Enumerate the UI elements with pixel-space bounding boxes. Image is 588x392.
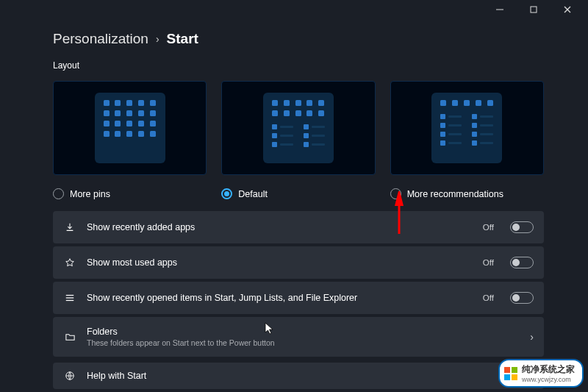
row-label: Help with Start — [87, 371, 146, 381]
window-controls — [479, 0, 588, 19]
radio-default[interactable]: Default — [221, 188, 375, 199]
radio-icon — [390, 188, 401, 199]
section-label-layout: Layout — [53, 60, 544, 71]
toggle-state: Off — [483, 293, 494, 302]
row-label: Show recently added apps — [87, 222, 195, 232]
close-button[interactable] — [557, 0, 578, 19]
row-label: Show most used apps — [87, 257, 177, 268]
watermark-url: www.ycwjzy.com — [522, 376, 575, 383]
row-most-used[interactable]: Show most used apps Off — [53, 246, 544, 279]
row-label: Folders — [87, 327, 275, 337]
radio-more-pins[interactable]: More pins — [53, 188, 207, 199]
toggle-switch[interactable] — [510, 257, 534, 268]
layout-card-more-recs[interactable] — [390, 81, 544, 175]
radio-label: More pins — [70, 189, 110, 199]
minimize-button[interactable] — [490, 0, 510, 19]
toggle-state: Off — [483, 223, 494, 232]
toggle-switch[interactable] — [510, 221, 534, 233]
watermark-title: 纯净系统之家 — [522, 363, 575, 376]
breadcrumb-parent[interactable]: Personalization — [53, 31, 148, 47]
chevron-right-icon: › — [530, 331, 534, 343]
layout-card-default[interactable] — [221, 81, 375, 175]
row-help[interactable]: Help with Start — [53, 363, 544, 389]
watermark: 纯净系统之家 www.ycwjzy.com — [498, 359, 584, 388]
layout-options — [53, 81, 544, 175]
layout-card-more-pins[interactable] — [53, 81, 207, 175]
breadcrumb: Personalization › Start — [53, 31, 544, 47]
radio-more-recs[interactable]: More recommendations — [390, 188, 544, 199]
globe-icon — [63, 371, 76, 381]
row-recent-items[interactable]: Show recently opened items in Start, Jum… — [53, 282, 544, 314]
maximize-button[interactable] — [523, 0, 544, 19]
row-sublabel: These folders appear on Start next to th… — [87, 338, 275, 347]
windows-logo-icon — [504, 367, 517, 380]
radio-icon — [221, 188, 232, 199]
row-label: Show recently opened items in Start, Jum… — [87, 293, 357, 303]
download-icon — [63, 222, 76, 232]
row-folders[interactable]: Folders These folders appear on Start ne… — [53, 317, 544, 357]
folder-icon — [63, 332, 76, 343]
star-icon — [63, 257, 76, 268]
list-icon — [63, 293, 76, 303]
svg-rect-1 — [531, 7, 537, 13]
toggle-switch[interactable] — [510, 292, 534, 304]
toggle-state: Off — [483, 258, 494, 267]
row-recently-added[interactable]: Show recently added apps Off — [53, 211, 544, 243]
layout-radio-group: More pins Default More recommendations — [53, 188, 544, 199]
radio-icon — [53, 188, 64, 199]
radio-label: More recommendations — [407, 189, 503, 199]
chevron-right-icon: › — [156, 33, 159, 45]
breadcrumb-current: Start — [167, 31, 198, 47]
radio-label: Default — [238, 189, 268, 199]
